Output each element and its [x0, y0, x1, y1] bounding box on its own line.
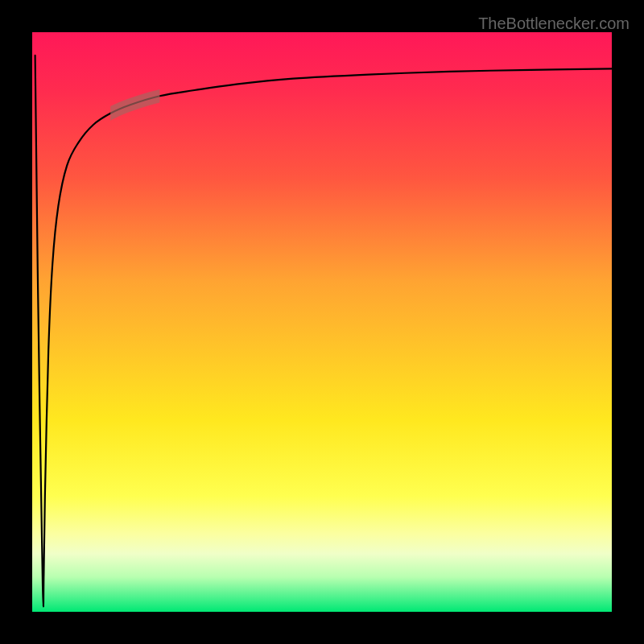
chart-container: TheBottlenecker.com [0, 0, 644, 644]
plot-gradient-area [32, 32, 612, 612]
watermark-text: TheBottlenecker.com [478, 14, 630, 33]
